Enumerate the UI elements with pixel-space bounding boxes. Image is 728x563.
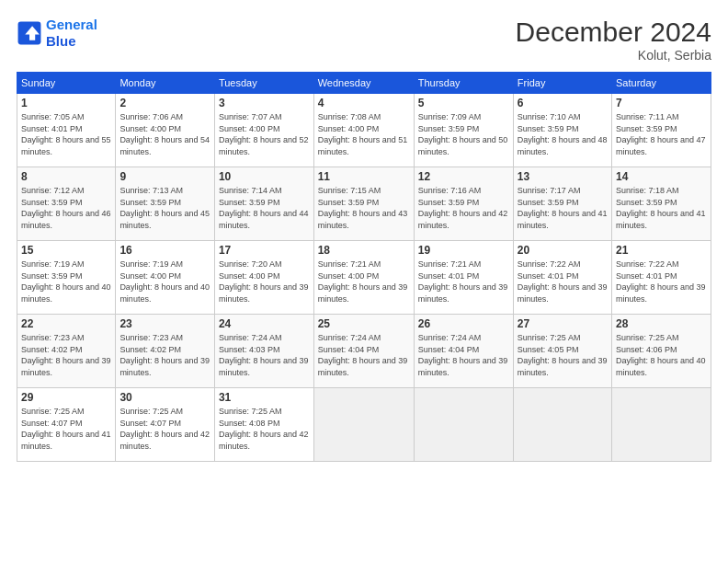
day-number: 29 xyxy=(21,391,111,404)
day-number: 19 xyxy=(418,244,509,257)
day-cell-10: 10 Sunrise: 7:14 AM Sunset: 3:59 PM Dayl… xyxy=(214,167,313,241)
day-info: Sunrise: 7:10 AM Sunset: 3:59 PM Dayligh… xyxy=(518,111,608,157)
empty-cell xyxy=(513,388,611,462)
col-wednesday: Wednesday xyxy=(313,73,414,94)
col-monday: Monday xyxy=(116,73,215,94)
day-cell-8: 8 Sunrise: 7:12 AM Sunset: 3:59 PM Dayli… xyxy=(17,167,116,241)
day-info: Sunrise: 7:24 AM Sunset: 4:03 PM Dayligh… xyxy=(219,332,310,378)
col-thursday: Thursday xyxy=(414,73,513,94)
day-number: 18 xyxy=(318,244,410,257)
day-info: Sunrise: 7:08 AM Sunset: 4:00 PM Dayligh… xyxy=(318,111,410,157)
logo-text: General Blue xyxy=(46,17,97,50)
day-number: 28 xyxy=(616,317,707,330)
day-cell-1: 1 Sunrise: 7:05 AM Sunset: 4:01 PM Dayli… xyxy=(17,94,116,167)
day-cell-17: 17 Sunrise: 7:20 AM Sunset: 4:00 PM Dayl… xyxy=(214,241,313,315)
calendar-body: 1 Sunrise: 7:05 AM Sunset: 4:01 PM Dayli… xyxy=(17,94,711,462)
day-cell-12: 12 Sunrise: 7:16 AM Sunset: 3:59 PM Dayl… xyxy=(414,167,513,241)
day-cell-25: 25 Sunrise: 7:24 AM Sunset: 4:04 PM Dayl… xyxy=(313,315,414,388)
day-number: 16 xyxy=(119,244,210,257)
day-number: 30 xyxy=(119,391,210,404)
day-cell-26: 26 Sunrise: 7:24 AM Sunset: 4:04 PM Dayl… xyxy=(414,315,513,388)
header-row: Sunday Monday Tuesday Wednesday Thursday… xyxy=(17,73,711,94)
day-cell-24: 24 Sunrise: 7:24 AM Sunset: 4:03 PM Dayl… xyxy=(214,315,313,388)
day-number: 9 xyxy=(119,170,210,183)
day-cell-29: 29 Sunrise: 7:25 AM Sunset: 4:07 PM Dayl… xyxy=(17,388,116,462)
day-cell-6: 6 Sunrise: 7:10 AM Sunset: 3:59 PM Dayli… xyxy=(513,94,611,167)
empty-cell xyxy=(612,388,711,462)
day-info: Sunrise: 7:19 AM Sunset: 4:00 PM Dayligh… xyxy=(119,259,210,304)
day-cell-16: 16 Sunrise: 7:19 AM Sunset: 4:00 PM Dayl… xyxy=(116,241,215,315)
day-info: Sunrise: 7:25 AM Sunset: 4:08 PM Dayligh… xyxy=(219,406,310,452)
col-saturday: Saturday xyxy=(612,73,711,94)
week-row-0: 1 Sunrise: 7:05 AM Sunset: 4:01 PM Dayli… xyxy=(17,94,711,167)
day-info: Sunrise: 7:25 AM Sunset: 4:07 PM Dayligh… xyxy=(119,406,210,452)
day-cell-2: 2 Sunrise: 7:06 AM Sunset: 4:00 PM Dayli… xyxy=(116,94,215,167)
day-cell-4: 4 Sunrise: 7:08 AM Sunset: 4:00 PM Dayli… xyxy=(313,94,414,167)
day-info: Sunrise: 7:15 AM Sunset: 3:59 PM Dayligh… xyxy=(318,185,410,231)
month-title: December 2024 xyxy=(516,17,711,48)
day-cell-20: 20 Sunrise: 7:22 AM Sunset: 4:01 PM Dayl… xyxy=(513,241,611,315)
header: General Blue December 2024 Kolut, Serbia xyxy=(17,17,711,63)
day-number: 20 xyxy=(518,244,608,257)
day-info: Sunrise: 7:05 AM Sunset: 4:01 PM Dayligh… xyxy=(21,111,111,157)
day-number: 26 xyxy=(418,317,509,330)
day-number: 2 xyxy=(119,97,210,109)
day-info: Sunrise: 7:25 AM Sunset: 4:07 PM Dayligh… xyxy=(21,406,111,452)
col-tuesday: Tuesday xyxy=(214,73,313,94)
day-number: 3 xyxy=(219,97,310,109)
day-info: Sunrise: 7:07 AM Sunset: 4:00 PM Dayligh… xyxy=(219,111,310,157)
col-friday: Friday xyxy=(513,73,611,94)
day-cell-15: 15 Sunrise: 7:19 AM Sunset: 3:59 PM Dayl… xyxy=(17,241,116,315)
day-info: Sunrise: 7:20 AM Sunset: 4:00 PM Dayligh… xyxy=(219,259,310,304)
day-info: Sunrise: 7:14 AM Sunset: 3:59 PM Dayligh… xyxy=(219,185,310,231)
day-number: 6 xyxy=(518,97,608,109)
day-cell-7: 7 Sunrise: 7:11 AM Sunset: 3:59 PM Dayli… xyxy=(612,94,711,167)
day-info: Sunrise: 7:25 AM Sunset: 4:05 PM Dayligh… xyxy=(518,332,608,378)
day-cell-22: 22 Sunrise: 7:23 AM Sunset: 4:02 PM Dayl… xyxy=(17,315,116,388)
day-cell-28: 28 Sunrise: 7:25 AM Sunset: 4:06 PM Dayl… xyxy=(612,315,711,388)
logo-icon xyxy=(17,20,42,46)
day-info: Sunrise: 7:23 AM Sunset: 4:02 PM Dayligh… xyxy=(119,332,210,378)
day-number: 11 xyxy=(318,170,410,183)
day-cell-13: 13 Sunrise: 7:17 AM Sunset: 3:59 PM Dayl… xyxy=(513,167,611,241)
day-number: 7 xyxy=(616,97,707,109)
day-cell-14: 14 Sunrise: 7:18 AM Sunset: 3:59 PM Dayl… xyxy=(612,167,711,241)
day-number: 5 xyxy=(418,97,509,109)
day-number: 17 xyxy=(219,244,310,257)
day-info: Sunrise: 7:17 AM Sunset: 3:59 PM Dayligh… xyxy=(518,185,608,231)
day-info: Sunrise: 7:06 AM Sunset: 4:00 PM Dayligh… xyxy=(119,111,210,157)
calendar-table: Sunday Monday Tuesday Wednesday Thursday… xyxy=(17,72,711,462)
logo: General Blue xyxy=(17,17,97,50)
day-info: Sunrise: 7:21 AM Sunset: 4:01 PM Dayligh… xyxy=(418,259,509,304)
day-cell-5: 5 Sunrise: 7:09 AM Sunset: 3:59 PM Dayli… xyxy=(414,94,513,167)
day-cell-9: 9 Sunrise: 7:13 AM Sunset: 3:59 PM Dayli… xyxy=(116,167,215,241)
day-number: 27 xyxy=(518,317,608,330)
day-number: 10 xyxy=(219,170,310,183)
week-row-2: 15 Sunrise: 7:19 AM Sunset: 3:59 PM Dayl… xyxy=(17,241,711,315)
day-info: Sunrise: 7:21 AM Sunset: 4:00 PM Dayligh… xyxy=(318,259,410,304)
day-number: 1 xyxy=(21,97,111,109)
week-row-1: 8 Sunrise: 7:12 AM Sunset: 3:59 PM Dayli… xyxy=(17,167,711,241)
day-number: 22 xyxy=(21,317,111,330)
day-info: Sunrise: 7:23 AM Sunset: 4:02 PM Dayligh… xyxy=(21,332,111,378)
title-block: December 2024 Kolut, Serbia xyxy=(516,17,711,63)
day-cell-18: 18 Sunrise: 7:21 AM Sunset: 4:00 PM Dayl… xyxy=(313,241,414,315)
day-info: Sunrise: 7:22 AM Sunset: 4:01 PM Dayligh… xyxy=(616,259,707,304)
day-info: Sunrise: 7:25 AM Sunset: 4:06 PM Dayligh… xyxy=(616,332,707,378)
day-cell-21: 21 Sunrise: 7:22 AM Sunset: 4:01 PM Dayl… xyxy=(612,241,711,315)
day-info: Sunrise: 7:18 AM Sunset: 3:59 PM Dayligh… xyxy=(616,185,707,231)
day-number: 23 xyxy=(119,317,210,330)
day-number: 25 xyxy=(318,317,410,330)
week-row-4: 29 Sunrise: 7:25 AM Sunset: 4:07 PM Dayl… xyxy=(17,388,711,462)
location: Kolut, Serbia xyxy=(516,48,711,63)
day-number: 12 xyxy=(418,170,509,183)
empty-cell xyxy=(414,388,513,462)
day-cell-11: 11 Sunrise: 7:15 AM Sunset: 3:59 PM Dayl… xyxy=(313,167,414,241)
day-info: Sunrise: 7:24 AM Sunset: 4:04 PM Dayligh… xyxy=(318,332,410,378)
day-cell-27: 27 Sunrise: 7:25 AM Sunset: 4:05 PM Dayl… xyxy=(513,315,611,388)
empty-cell xyxy=(313,388,414,462)
day-number: 31 xyxy=(219,391,310,404)
day-number: 21 xyxy=(616,244,707,257)
day-info: Sunrise: 7:09 AM Sunset: 3:59 PM Dayligh… xyxy=(418,111,509,157)
day-info: Sunrise: 7:22 AM Sunset: 4:01 PM Dayligh… xyxy=(518,259,608,304)
